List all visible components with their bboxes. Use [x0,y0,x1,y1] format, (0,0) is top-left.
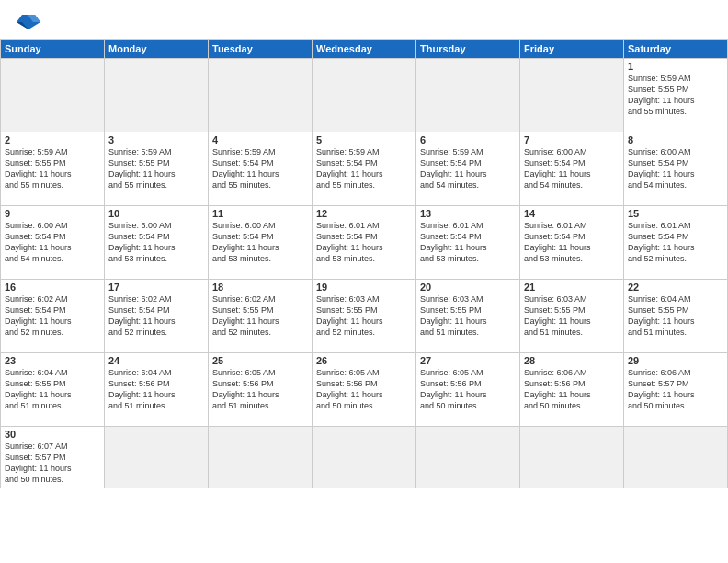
day-number: 15 [628,208,723,219]
calendar-cell [520,59,624,132]
calendar-header-thursday: Thursday [416,40,520,59]
day-number: 22 [628,282,723,293]
calendar-cell [416,427,520,488]
calendar-table: SundayMondayTuesdayWednesdayThursdayFrid… [0,39,728,488]
calendar-cell: 29Sunrise: 6:06 AM Sunset: 5:57 PM Dayli… [624,353,728,427]
calendar-cell: 10Sunrise: 6:00 AM Sunset: 5:54 PM Dayli… [105,206,209,280]
day-number: 18 [212,282,308,293]
day-number: 25 [212,355,308,366]
day-number: 9 [5,208,100,219]
calendar-header-wednesday: Wednesday [313,40,416,59]
day-number: 21 [524,282,620,293]
day-number: 24 [108,355,204,366]
day-number: 26 [316,355,412,366]
calendar-cell [313,59,416,132]
calendar-cell: 8Sunrise: 6:00 AM Sunset: 5:54 PM Daylig… [624,132,728,206]
calendar-cell: 18Sunrise: 6:02 AM Sunset: 5:55 PM Dayli… [209,280,313,353]
day-number: 11 [212,208,308,219]
day-info: Sunrise: 6:00 AM Sunset: 5:54 PM Dayligh… [628,146,723,191]
day-number: 8 [628,134,723,145]
calendar-cell [209,59,313,132]
day-info: Sunrise: 6:02 AM Sunset: 5:54 PM Dayligh… [108,293,204,339]
logo-icon [15,11,42,31]
calendar-cell: 5Sunrise: 5:59 AM Sunset: 5:54 PM Daylig… [313,132,416,206]
calendar-cell [105,427,209,488]
calendar-cell [105,59,209,132]
day-number: 17 [108,282,204,293]
calendar-cell: 6Sunrise: 5:59 AM Sunset: 5:54 PM Daylig… [416,132,520,206]
calendar-cell: 11Sunrise: 6:00 AM Sunset: 5:54 PM Dayli… [209,206,313,280]
logo [15,11,42,31]
day-number: 4 [212,134,308,145]
day-info: Sunrise: 6:06 AM Sunset: 5:56 PM Dayligh… [524,367,620,412]
calendar-cell: 30Sunrise: 6:07 AM Sunset: 5:57 PM Dayli… [1,427,105,488]
day-number: 2 [5,134,100,145]
day-info: Sunrise: 5:59 AM Sunset: 5:55 PM Dayligh… [628,73,723,118]
day-number: 10 [108,208,204,219]
day-info: Sunrise: 6:00 AM Sunset: 5:54 PM Dayligh… [212,220,308,265]
day-info: Sunrise: 6:05 AM Sunset: 5:56 PM Dayligh… [316,367,412,412]
day-info: Sunrise: 6:06 AM Sunset: 5:57 PM Dayligh… [628,367,723,412]
day-number: 14 [524,208,620,219]
day-number: 30 [5,429,100,440]
day-number: 12 [316,208,412,219]
calendar-cell: 13Sunrise: 6:01 AM Sunset: 5:54 PM Dayli… [416,206,520,280]
calendar-cell: 17Sunrise: 6:02 AM Sunset: 5:54 PM Dayli… [105,280,209,353]
calendar-cell [209,427,313,488]
calendar-cell: 28Sunrise: 6:06 AM Sunset: 5:56 PM Dayli… [520,353,624,427]
day-number: 28 [524,355,620,366]
day-number: 23 [5,355,100,366]
calendar-cell: 9Sunrise: 6:00 AM Sunset: 5:54 PM Daylig… [1,206,105,280]
calendar-cell: 1Sunrise: 5:59 AM Sunset: 5:55 PM Daylig… [624,59,728,132]
day-info: Sunrise: 5:59 AM Sunset: 5:54 PM Dayligh… [316,146,412,191]
calendar-cell: 23Sunrise: 6:04 AM Sunset: 5:55 PM Dayli… [1,353,105,427]
day-info: Sunrise: 6:03 AM Sunset: 5:55 PM Dayligh… [316,293,412,339]
calendar-cell: 25Sunrise: 6:05 AM Sunset: 5:56 PM Dayli… [209,353,313,427]
day-number: 16 [5,282,100,293]
header [0,0,728,39]
page-container: SundayMondayTuesdayWednesdayThursdayFrid… [0,0,728,563]
calendar-cell: 19Sunrise: 6:03 AM Sunset: 5:55 PM Dayli… [313,280,416,353]
day-info: Sunrise: 6:07 AM Sunset: 5:57 PM Dayligh… [5,441,100,486]
day-number: 3 [108,134,204,145]
day-info: Sunrise: 6:04 AM Sunset: 5:55 PM Dayligh… [5,367,100,412]
calendar-cell: 2Sunrise: 5:59 AM Sunset: 5:55 PM Daylig… [1,132,105,206]
calendar-cell: 4Sunrise: 5:59 AM Sunset: 5:54 PM Daylig… [209,132,313,206]
day-info: Sunrise: 6:03 AM Sunset: 5:55 PM Dayligh… [420,293,516,339]
calendar-cell: 24Sunrise: 6:04 AM Sunset: 5:56 PM Dayli… [105,353,209,427]
calendar-cell: 14Sunrise: 6:01 AM Sunset: 5:54 PM Dayli… [520,206,624,280]
day-info: Sunrise: 6:01 AM Sunset: 5:54 PM Dayligh… [316,220,412,265]
calendar-header-sunday: Sunday [1,40,105,59]
day-info: Sunrise: 6:00 AM Sunset: 5:54 PM Dayligh… [108,220,204,265]
day-info: Sunrise: 6:01 AM Sunset: 5:54 PM Dayligh… [420,220,516,265]
calendar-header-saturday: Saturday [624,40,728,59]
day-number: 1 [628,61,723,72]
day-info: Sunrise: 6:00 AM Sunset: 5:54 PM Dayligh… [524,146,620,191]
calendar-cell: 15Sunrise: 6:01 AM Sunset: 5:54 PM Dayli… [624,206,728,280]
calendar-cell [1,59,105,132]
day-number: 20 [420,282,516,293]
calendar-cell: 26Sunrise: 6:05 AM Sunset: 5:56 PM Dayli… [313,353,416,427]
day-info: Sunrise: 6:05 AM Sunset: 5:56 PM Dayligh… [212,367,308,412]
calendar-header-friday: Friday [520,40,624,59]
day-info: Sunrise: 6:02 AM Sunset: 5:54 PM Dayligh… [5,293,100,339]
day-number: 7 [524,134,620,145]
calendar-header-tuesday: Tuesday [209,40,313,59]
calendar-header-monday: Monday [105,40,209,59]
day-info: Sunrise: 6:00 AM Sunset: 5:54 PM Dayligh… [5,220,100,265]
calendar-cell: 7Sunrise: 6:00 AM Sunset: 5:54 PM Daylig… [520,132,624,206]
calendar-cell [416,59,520,132]
day-info: Sunrise: 5:59 AM Sunset: 5:55 PM Dayligh… [108,146,204,191]
day-info: Sunrise: 6:01 AM Sunset: 5:54 PM Dayligh… [628,220,723,265]
day-info: Sunrise: 6:04 AM Sunset: 5:55 PM Dayligh… [628,293,723,339]
day-number: 29 [628,355,723,366]
day-info: Sunrise: 6:04 AM Sunset: 5:56 PM Dayligh… [108,367,204,412]
calendar-cell: 3Sunrise: 5:59 AM Sunset: 5:55 PM Daylig… [105,132,209,206]
calendar-cell [520,427,624,488]
day-info: Sunrise: 6:05 AM Sunset: 5:56 PM Dayligh… [420,367,516,412]
day-number: 13 [420,208,516,219]
calendar-header-row: SundayMondayTuesdayWednesdayThursdayFrid… [1,40,728,59]
day-info: Sunrise: 6:01 AM Sunset: 5:54 PM Dayligh… [524,220,620,265]
day-number: 27 [420,355,516,366]
calendar-cell: 21Sunrise: 6:03 AM Sunset: 5:55 PM Dayli… [520,280,624,353]
